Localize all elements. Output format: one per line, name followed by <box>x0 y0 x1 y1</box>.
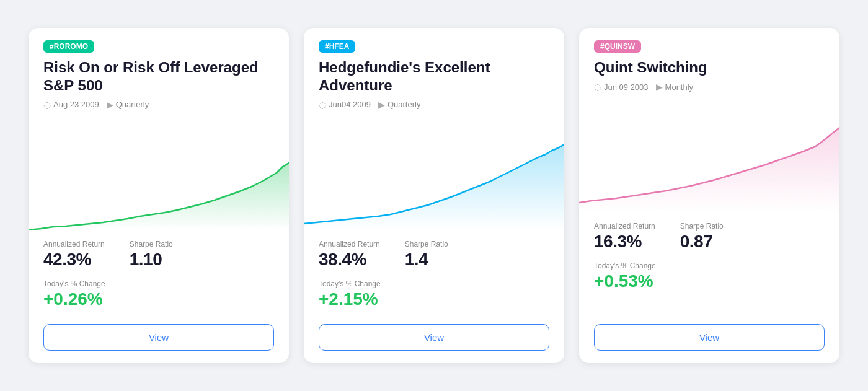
card-footer-roromo: View <box>29 324 289 363</box>
card-stats-quinsw: Annualized Return 16.3% Sharpe Ratio 0.8… <box>579 212 839 306</box>
cards-container: #ROROMO Risk On or Risk Off Leveraged S&… <box>12 28 856 363</box>
annualized-return-value-quinsw: 16.3% <box>594 232 655 252</box>
stats-row-quinsw: Annualized Return 16.3% Sharpe Ratio 0.8… <box>594 222 825 252</box>
card-title-quinsw: Quint Switching <box>594 59 825 77</box>
meta-date-roromo: ◌ Aug 23 2009 <box>43 100 99 110</box>
stats-row-hfea: Annualized Return 38.4% Sharpe Ratio 1.4 <box>319 240 549 270</box>
annualized-return-label-roromo: Annualized Return <box>43 240 105 248</box>
annualized-return-value-hfea: 38.4% <box>319 250 380 270</box>
card-roromo: #ROROMO Risk On or Risk Off Leveraged S&… <box>29 28 289 363</box>
annualized-return-value-roromo: 42.3% <box>43 250 105 270</box>
card-title-hfea: Hedgefundie's Excellent Adventure <box>319 59 549 95</box>
freq-label-hfea: Quarterly <box>388 100 420 109</box>
svg-marker-0 <box>29 163 289 230</box>
sharpe-ratio-hfea: Sharpe Ratio 1.4 <box>405 240 448 270</box>
card-footer-hfea: View <box>304 324 564 363</box>
date-label-roromo: Aug 23 2009 <box>53 100 99 109</box>
meta-freq-hfea: ▶ Quarterly <box>378 100 420 110</box>
today-label-quinsw: Today's % Change <box>594 261 825 270</box>
freq-label-quinsw: Monthly <box>665 82 694 92</box>
sharpe-ratio-quinsw: Sharpe Ratio 0.87 <box>680 222 724 252</box>
annualized-return-label-quinsw: Annualized Return <box>594 222 655 231</box>
sharpe-label-quinsw: Sharpe Ratio <box>680 222 724 231</box>
view-button-roromo[interactable]: View <box>43 324 274 351</box>
card-meta-hfea: ◌ Jun04 2009 ▶ Quarterly <box>319 100 549 110</box>
card-footer-quinsw: View <box>579 324 839 363</box>
view-button-quinsw[interactable]: View <box>594 324 825 351</box>
chart-hfea <box>304 118 564 230</box>
stats-row-roromo: Annualized Return 42.3% Sharpe Ratio 1.1… <box>43 240 274 270</box>
svg-marker-1 <box>304 144 564 230</box>
meta-freq-roromo: ▶ Quarterly <box>107 100 149 110</box>
annualized-return-label-hfea: Annualized Return <box>319 240 380 248</box>
tag-roromo: #ROROMO <box>43 40 94 53</box>
card-stats-roromo: Annualized Return 42.3% Sharpe Ratio 1.1… <box>29 230 289 324</box>
annualized-return-quinsw: Annualized Return 16.3% <box>594 222 655 252</box>
card-meta-roromo: ◌ Aug 23 2009 ▶ Quarterly <box>43 100 274 110</box>
annualized-return-roromo: Annualized Return 42.3% <box>43 240 105 270</box>
card-title-roromo: Risk On or Risk Off Leveraged S&P 500 <box>43 59 274 95</box>
sharpe-value-roromo: 1.10 <box>130 250 173 270</box>
freq-label-roromo: Quarterly <box>116 100 149 109</box>
play-icon-quinsw: ▶ <box>656 82 663 92</box>
tag-quinsw: #QUINSW <box>594 40 641 53</box>
chart-roromo <box>29 118 289 230</box>
svg-marker-2 <box>579 128 839 212</box>
card-hfea: #HFEA Hedgefundie's Excellent Adventure … <box>304 28 564 363</box>
play-icon-roromo: ▶ <box>107 100 113 110</box>
chart-quinsw <box>579 100 839 212</box>
view-button-hfea[interactable]: View <box>319 324 549 351</box>
today-label-roromo: Today's % Change <box>43 279 274 288</box>
sharpe-ratio-roromo: Sharpe Ratio 1.10 <box>130 240 173 270</box>
card-header-quinsw: #QUINSW Quint Switching ◌ Jun 09 2003 ▶ … <box>579 28 839 94</box>
date-label-quinsw: Jun 09 2003 <box>604 82 649 92</box>
today-value-roromo: +0.26% <box>43 289 274 309</box>
today-section-quinsw: Today's % Change +0.53% <box>594 261 825 291</box>
today-section-roromo: Today's % Change +0.26% <box>43 279 274 309</box>
clock-icon-roromo: ◌ <box>43 100 51 110</box>
card-meta-quinsw: ◌ Jun 09 2003 ▶ Monthly <box>594 82 825 92</box>
sharpe-value-quinsw: 0.87 <box>680 232 724 252</box>
card-header-roromo: #ROROMO Risk On or Risk Off Leveraged S&… <box>29 28 289 112</box>
today-label-hfea: Today's % Change <box>319 279 549 288</box>
card-stats-hfea: Annualized Return 38.4% Sharpe Ratio 1.4… <box>304 230 564 324</box>
clock-icon-quinsw: ◌ <box>594 82 601 92</box>
play-icon-hfea: ▶ <box>378 100 385 110</box>
card-quinsw: #QUINSW Quint Switching ◌ Jun 09 2003 ▶ … <box>579 28 839 363</box>
meta-date-hfea: ◌ Jun04 2009 <box>319 100 371 110</box>
today-section-hfea: Today's % Change +2.15% <box>319 279 549 309</box>
meta-date-quinsw: ◌ Jun 09 2003 <box>594 82 649 92</box>
tag-hfea: #HFEA <box>319 40 355 53</box>
today-value-hfea: +2.15% <box>319 289 549 309</box>
date-label-hfea: Jun04 2009 <box>329 100 371 109</box>
card-header-hfea: #HFEA Hedgefundie's Excellent Adventure … <box>304 28 564 112</box>
today-value-quinsw: +0.53% <box>594 271 825 291</box>
clock-icon-hfea: ◌ <box>319 100 326 110</box>
meta-freq-quinsw: ▶ Monthly <box>656 82 694 92</box>
sharpe-label-hfea: Sharpe Ratio <box>405 240 448 248</box>
annualized-return-hfea: Annualized Return 38.4% <box>319 240 380 270</box>
sharpe-label-roromo: Sharpe Ratio <box>130 240 173 248</box>
sharpe-value-hfea: 1.4 <box>405 250 448 270</box>
